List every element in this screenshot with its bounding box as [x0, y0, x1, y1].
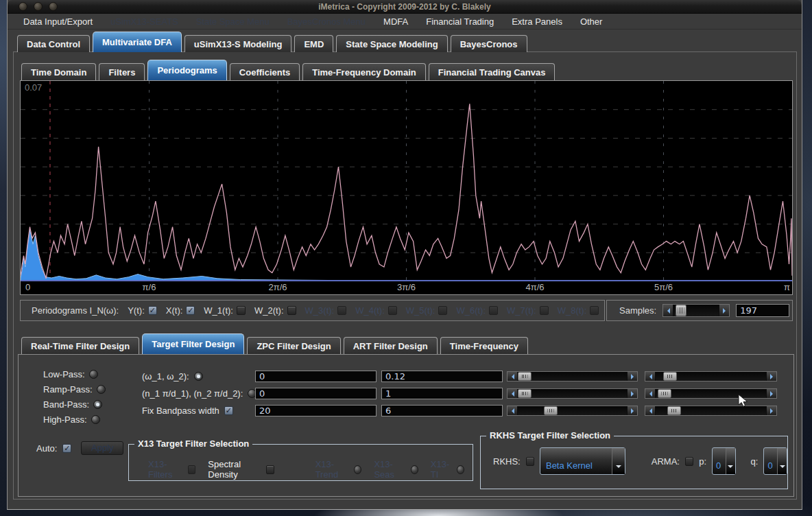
scroll-track[interactable] — [518, 372, 627, 381]
right-chevron-icon — [631, 374, 636, 379]
tab-mdfa-time-frequency-domain[interactable]: Time-Frequency Domain — [302, 63, 425, 80]
fix-bandpass-width-checkbox[interactable] — [224, 406, 233, 415]
chevron-down-icon[interactable] — [726, 448, 735, 474]
scroll-thumb[interactable] — [518, 372, 532, 381]
scroll-thumb[interactable] — [667, 406, 681, 415]
ramp-pass-radio[interactable] — [97, 385, 106, 394]
low-pass-radio[interactable] — [89, 370, 98, 379]
right-chevron-icon — [770, 374, 776, 379]
scroll-right-button[interactable] — [627, 372, 637, 381]
scroll-thumb[interactable] — [663, 372, 677, 381]
scroll-left-button[interactable] — [508, 389, 518, 398]
left-chevron-icon — [509, 408, 514, 414]
tab-filter-art-filter-design[interactable]: ART Filter Design — [344, 337, 438, 354]
y-t-checkbox[interactable] — [148, 306, 157, 315]
bandpass-width-scrollbar-1[interactable] — [507, 406, 638, 416]
x13-option-label: X13-Seas — [374, 459, 406, 480]
menu-item-extra-panels[interactable]: Extra Panels — [503, 16, 571, 27]
bandpass-width-field-2[interactable] — [381, 405, 503, 417]
scroll-thumb[interactable] — [676, 305, 686, 316]
menu-item-mdfa[interactable]: MDFA — [374, 16, 417, 27]
n1-field[interactable] — [255, 388, 377, 399]
tab-mdfa-coefficients[interactable]: Coefficients — [230, 63, 300, 80]
n2-field[interactable] — [381, 388, 503, 399]
scroll-left-button[interactable] — [645, 389, 656, 398]
n2-scrollbar[interactable] — [645, 388, 777, 399]
scroll-right-button[interactable] — [766, 406, 776, 415]
bandpass-width-scrollbar-2[interactable] — [645, 406, 777, 416]
left-chevron-icon — [665, 308, 670, 314]
menu-item-other[interactable]: Other — [571, 16, 612, 27]
x-t-checkbox[interactable] — [186, 306, 195, 315]
pass-option-high-pass: High-Pass: — [43, 414, 106, 425]
tab-main-data-control[interactable]: Data Control — [17, 35, 90, 52]
x13-group-title: X13 Target Filter Selection — [134, 438, 252, 449]
title-bar[interactable]: iMetrica - Copyright 2009-2012 by C. Bla… — [8, 0, 802, 14]
menu-item-data-input-export[interactable]: Data Input/Export — [14, 16, 102, 27]
scroll-thumb[interactable] — [518, 389, 532, 398]
w-2-t-checkbox[interactable] — [287, 306, 296, 315]
n1-scrollbar[interactable] — [507, 388, 638, 399]
periodogram-toggle-w-3-t: W_3(t): — [305, 305, 347, 316]
menu-item-financial-trading[interactable]: Financial Trading — [417, 16, 503, 27]
scroll-right-button[interactable] — [627, 389, 637, 398]
scroll-left-button[interactable] — [645, 406, 656, 415]
q-dropdown[interactable]: 0 — [763, 447, 787, 475]
p-dropdown[interactable]: 0 — [712, 447, 736, 475]
scroll-track[interactable] — [673, 305, 719, 316]
tab-main-multivariate-dfa[interactable]: Multivariate DFA — [93, 32, 182, 52]
tab-main-emd[interactable]: EMD — [294, 35, 333, 52]
pass-option-label: Low-Pass: — [43, 369, 85, 379]
scroll-left-button[interactable] — [508, 406, 518, 415]
tab-filter-time-frequency[interactable]: Time-Frequency — [440, 337, 528, 354]
scroll-right-button[interactable] — [627, 406, 637, 415]
scroll-left-button[interactable] — [508, 372, 518, 381]
window-maximize-button[interactable] — [49, 2, 58, 11]
band-pass-radio[interactable] — [93, 400, 102, 409]
scroll-thumb[interactable] — [544, 406, 558, 415]
tab-main-bayescronos[interactable]: BayesCronos — [451, 35, 527, 52]
periodograms-label: Periodograms I_N(ω): — [32, 305, 119, 316]
tab-mdfa-time-domain[interactable]: Time Domain — [21, 63, 96, 80]
spectral-density-checkbox[interactable] — [266, 465, 274, 474]
bandpass-width-field-1[interactable] — [255, 405, 377, 417]
1-2-radio[interactable] — [194, 372, 203, 381]
scroll-left-button[interactable] — [645, 372, 656, 381]
scroll-right-button[interactable] — [719, 305, 729, 316]
scroll-right-button[interactable] — [766, 389, 776, 398]
window-close-button[interactable] — [19, 2, 27, 11]
tab-mdfa-filters[interactable]: Filters — [99, 63, 145, 80]
auto-checkbox[interactable] — [62, 444, 71, 453]
samples-field[interactable] — [736, 304, 789, 317]
omega1-scrollbar[interactable] — [507, 371, 638, 382]
left-chevron-icon — [647, 391, 652, 397]
tab-filter-target-filter-design[interactable]: Target Filter Design — [142, 333, 244, 354]
tab-filter-real-time-filter-design[interactable]: Real-Time Filter Design — [21, 337, 139, 354]
chevron-down-icon[interactable] — [612, 448, 625, 474]
scroll-right-button[interactable] — [766, 372, 776, 381]
chevron-down-icon[interactable] — [777, 448, 787, 474]
samples-scrollbar[interactable] — [662, 304, 730, 317]
omega1-field[interactable] — [255, 371, 377, 382]
window-minimize-button[interactable] — [34, 2, 43, 11]
x13-option-spectral-density: Spectral Density — [208, 459, 274, 480]
omega2-scrollbar[interactable] — [645, 371, 777, 382]
tab-main-usimx13-s-modeling[interactable]: uSimX13-S Modeling — [184, 35, 292, 52]
scroll-track[interactable] — [656, 372, 766, 381]
checkbox-label: W_2(t): — [254, 305, 284, 316]
scroll-track[interactable] — [518, 406, 627, 415]
tab-mdfa-periodograms[interactable]: Periodograms — [147, 60, 226, 80]
scroll-thumb[interactable] — [658, 389, 671, 398]
omega2-field[interactable] — [381, 371, 503, 382]
scroll-left-button[interactable] — [663, 305, 673, 316]
scroll-track[interactable] — [518, 389, 627, 398]
pass-option-label: High-Pass: — [43, 414, 87, 425]
tab-main-state-space-modeling[interactable]: State Space Modeling — [336, 35, 447, 52]
high-pass-radio[interactable] — [91, 415, 100, 424]
w-1-t-checkbox[interactable] — [237, 306, 246, 315]
arma-checkbox[interactable] — [685, 457, 693, 466]
rkhs-checkbox[interactable] — [526, 457, 534, 466]
tab-filter-zpc-filter-design[interactable]: ZPC Filter Design — [247, 337, 340, 354]
tab-mdfa-financial-trading-canvas[interactable]: Financial Trading Canvas — [429, 63, 556, 80]
kernel-dropdown[interactable]: Beta Kernel — [540, 447, 625, 475]
